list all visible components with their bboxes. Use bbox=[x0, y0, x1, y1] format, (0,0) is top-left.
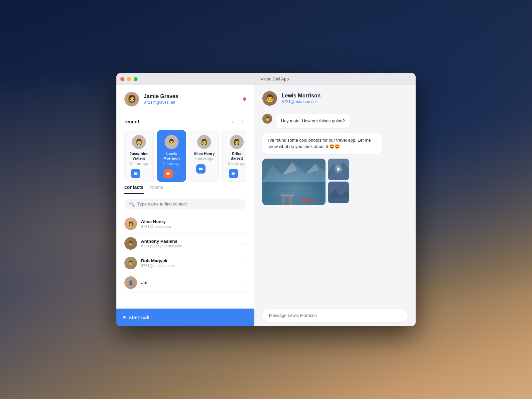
message-input[interactable] bbox=[262, 309, 408, 322]
card-name-1: Josephine Waters bbox=[128, 152, 150, 161]
notification-dot bbox=[243, 97, 246, 101]
card-time-4: 6 hours ago bbox=[228, 162, 246, 166]
nav-arrows: ‹ › bbox=[228, 117, 246, 125]
start-call-bar[interactable]: start call bbox=[116, 309, 254, 326]
card-menu-3[interactable]: ··· bbox=[207, 167, 212, 171]
contact-menu-3[interactable]: ··· bbox=[242, 261, 246, 265]
svg-rect-14 bbox=[328, 174, 349, 180]
contact-avatar-1: 👩 bbox=[124, 217, 137, 230]
video-call-btn-4[interactable] bbox=[229, 169, 238, 178]
profile-name: Jamie Graves bbox=[144, 93, 238, 99]
recent-card-3[interactable]: 👩 Alice Henry 5 hours ago ··· bbox=[190, 130, 219, 182]
card-actions-4: ··· bbox=[229, 169, 244, 178]
contact-info-3: Bob Magysk 8731@daniels.com bbox=[141, 258, 238, 268]
contact-menu-4[interactable]: ··· bbox=[242, 280, 246, 285]
card-menu-2[interactable]: ··· bbox=[175, 171, 179, 176]
video-call-btn-1[interactable] bbox=[131, 169, 140, 178]
contact-info-1: Alice Henry 9781@henry.com bbox=[141, 219, 238, 228]
svg-rect-19 bbox=[328, 198, 349, 203]
message-bubble-1: Hey mate! How are things going? bbox=[276, 114, 350, 128]
card-avatar-2: 👨 bbox=[165, 135, 179, 149]
card-avatar-3: 👩 bbox=[197, 135, 211, 149]
search-box[interactable]: 🔍 bbox=[124, 199, 246, 209]
svg-point-10 bbox=[300, 199, 312, 202]
contacts-tabs: contacts rooms bbox=[124, 185, 246, 194]
message-avatar-1: 👨 bbox=[262, 114, 272, 124]
chat-header: 👨 Lewis Morrison 8721@morrison.net bbox=[254, 85, 416, 110]
contact-item-3[interactable]: 👨 Bob Magysk 8731@daniels.com ··· bbox=[124, 253, 246, 273]
svg-rect-9 bbox=[281, 195, 294, 197]
svg-marker-1 bbox=[262, 162, 326, 182]
card-time-2: 2 hours ago bbox=[163, 162, 181, 166]
search-input[interactable] bbox=[137, 201, 242, 206]
svg-marker-2 bbox=[282, 162, 297, 175]
images-row bbox=[262, 159, 408, 205]
search-icon: 🔍 bbox=[129, 201, 135, 207]
lake-image bbox=[262, 159, 326, 205]
lake-svg bbox=[262, 159, 326, 205]
chat-header-avatar: 👨 bbox=[262, 91, 277, 106]
message-bubble-2: I've found some cool photos for our trav… bbox=[262, 133, 382, 154]
message-row-1: 👨 Hey mate! How are things going? bbox=[262, 114, 408, 128]
minimize-button[interactable] bbox=[127, 77, 131, 81]
profile-email: 8721@graves.net bbox=[144, 100, 238, 105]
svg-point-6 bbox=[267, 192, 321, 195]
svg-point-5 bbox=[274, 187, 314, 190]
recent-header: recent ‹ › bbox=[124, 117, 246, 125]
chat-input-area bbox=[254, 305, 416, 326]
contact-item-1[interactable]: 👩 Alice Henry 9781@henry.com ··· bbox=[124, 214, 246, 234]
video-icon-4 bbox=[231, 171, 236, 176]
contact-name-1: Alice Henry bbox=[141, 219, 238, 224]
card-time-1: 24 mins ago bbox=[130, 162, 148, 166]
video-icon-3 bbox=[199, 167, 203, 171]
image-side-container bbox=[328, 159, 349, 205]
chat-contact-email: 8721@morrison.net bbox=[282, 99, 321, 104]
recent-card-4[interactable]: 👩 Erika Barrett 6 hours ago ··· bbox=[222, 130, 246, 182]
card-avatar-4: 👩 bbox=[230, 135, 244, 149]
window-title: Video Call App bbox=[138, 76, 412, 81]
contact-name-4: ...n bbox=[141, 280, 238, 285]
tab-contacts[interactable]: contacts bbox=[124, 185, 144, 194]
maximize-button[interactable] bbox=[134, 77, 138, 81]
card-name-3: Alice Henry bbox=[194, 152, 214, 156]
tab-rooms[interactable]: rooms bbox=[150, 185, 163, 194]
video-call-btn-3[interactable] bbox=[196, 164, 205, 174]
message-text-2: I've found some cool photos for our trav… bbox=[268, 138, 371, 149]
svg-point-11 bbox=[307, 200, 317, 202]
recent-card-2[interactable]: 👨 Lewis Morrison 2 hours ago ··· bbox=[157, 130, 186, 182]
start-call-dot bbox=[123, 316, 126, 319]
svg-marker-3 bbox=[306, 164, 319, 174]
video-icon bbox=[133, 171, 138, 176]
side-svg-2 bbox=[328, 182, 349, 203]
card-menu-1[interactable]: ··· bbox=[142, 171, 147, 176]
chat-header-info: Lewis Morrison 8721@morrison.net bbox=[282, 93, 321, 104]
contact-info-4: ...n bbox=[141, 280, 238, 285]
chat-messages: 👨 Hey mate! How are things going? I've f… bbox=[254, 110, 416, 305]
image-thumb-main bbox=[262, 159, 326, 205]
next-arrow[interactable]: › bbox=[238, 117, 246, 125]
left-panel: 🧔 Jamie Graves 8721@graves.net recent ‹ … bbox=[116, 85, 254, 326]
prev-arrow[interactable]: ‹ bbox=[228, 117, 236, 125]
chat-contact-name: Lewis Morrison bbox=[282, 93, 321, 99]
right-panel: 👨 Lewis Morrison 8721@morrison.net 👨 Hey… bbox=[254, 85, 416, 326]
svg-rect-0 bbox=[262, 159, 326, 182]
svg-rect-8 bbox=[289, 197, 292, 205]
close-button[interactable] bbox=[120, 77, 124, 81]
svg-rect-7 bbox=[282, 195, 285, 205]
contact-menu-1[interactable]: ··· bbox=[242, 221, 246, 226]
card-actions-1: ··· bbox=[131, 169, 147, 178]
video-call-btn-2[interactable] bbox=[164, 169, 173, 178]
contact-menu-2[interactable]: ··· bbox=[242, 241, 246, 246]
message-group-2: I've found some cool photos for our trav… bbox=[262, 133, 408, 205]
contact-avatar-3: 👨 bbox=[124, 257, 137, 269]
contact-email-1: 9781@henry.com bbox=[141, 224, 238, 228]
recent-section: recent ‹ › 👩 Josephine Waters 24 mins ag… bbox=[116, 112, 254, 185]
recent-card-1[interactable]: 👩 Josephine Waters 24 mins ago ··· bbox=[124, 130, 154, 182]
contact-item-2[interactable]: 👨 Anthony Pasiens 8731@pasyanenko.com ··… bbox=[124, 234, 246, 253]
recent-cards: 👩 Josephine Waters 24 mins ago ··· bbox=[124, 130, 246, 182]
card-menu-4[interactable]: ··· bbox=[240, 171, 244, 176]
card-actions-2: ··· bbox=[164, 169, 179, 178]
contact-item-4[interactable]: 👤 ...n ··· bbox=[124, 273, 246, 293]
card-avatar-1: 👩 bbox=[132, 135, 146, 149]
profile-info: Jamie Graves 8721@graves.net bbox=[144, 93, 238, 105]
